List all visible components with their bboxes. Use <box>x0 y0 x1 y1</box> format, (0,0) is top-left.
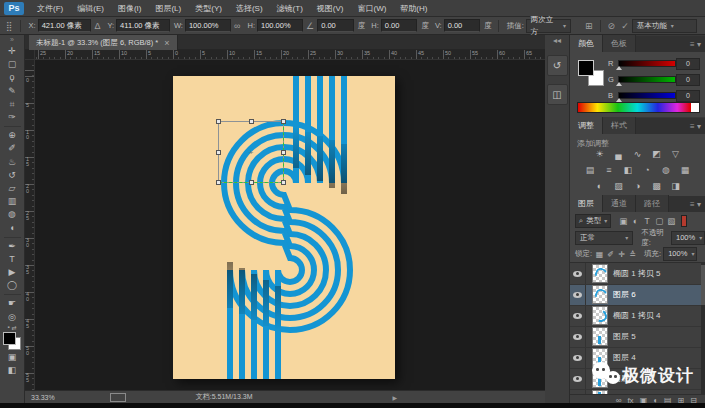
hskew-input[interactable]: 0.00 <box>381 19 418 32</box>
angle-input[interactable]: 0.00 <box>317 19 354 32</box>
threshold-icon[interactable]: ◑ <box>631 180 644 192</box>
eye-icon[interactable] <box>573 334 582 340</box>
channel-slider-track[interactable] <box>618 92 676 99</box>
cancel-transform-button[interactable]: ⊘ <box>608 21 616 31</box>
eye-icon[interactable] <box>573 355 582 361</box>
posterize-icon[interactable]: ▨ <box>612 180 625 192</box>
layer-name[interactable]: 图层 5 <box>613 331 636 342</box>
menu-item[interactable]: 编辑(E) <box>70 1 111 16</box>
lasso-tool[interactable]: ϙ <box>2 71 23 84</box>
foreground-color-swatch[interactable] <box>3 332 16 345</box>
channel-slider-knob[interactable] <box>616 66 622 70</box>
transform-handle-bottom-left[interactable] <box>216 180 221 185</box>
eye-icon[interactable] <box>573 292 582 298</box>
color-lookup-icon[interactable]: ▦ <box>679 164 692 176</box>
height-input[interactable]: 100.00% <box>257 19 303 32</box>
layer-thumbnail[interactable] <box>592 306 608 325</box>
expand-panels-button[interactable]: ◂◂ <box>553 35 561 47</box>
width-input[interactable]: 100.00% <box>185 19 231 32</box>
dodge-tool[interactable]: ◖ <box>2 221 23 234</box>
close-icon[interactable]: × <box>164 38 169 48</box>
channel-slider-track[interactable] <box>618 76 676 83</box>
zoom-tool[interactable]: ◎ <box>2 311 23 324</box>
curves-icon[interactable]: ∿ <box>631 148 644 160</box>
channel-value-field[interactable]: 0 <box>676 90 700 102</box>
layer-row[interactable]: 椭圆 1 拷贝 4 <box>570 305 705 327</box>
layer-visibility-cell[interactable] <box>570 305 586 326</box>
tab-active[interactable]: 图层 <box>570 195 603 212</box>
relative-positioning-icon[interactable]: Δ <box>94 21 100 31</box>
menu-item[interactable]: 图像(I) <box>111 1 149 16</box>
layer-row[interactable]: 图层 5 <box>570 326 705 348</box>
pen-tool[interactable]: ✒ <box>2 240 23 253</box>
transform-reference-point[interactable]: + <box>249 148 254 157</box>
status-options-arrow[interactable]: ▶ <box>393 394 398 401</box>
zoom-percentage-field[interactable]: 33.33% <box>31 394 55 401</box>
marquee-tool[interactable]: ▢ <box>2 58 23 71</box>
transform-handle-top-left[interactable] <box>216 119 221 124</box>
crop-tool[interactable]: ⌗ <box>2 98 23 111</box>
filter-shape-layers-icon[interactable]: ▢ <box>653 216 665 226</box>
eraser-tool[interactable]: ▱ <box>2 182 23 195</box>
menu-item[interactable]: 视图(V) <box>310 1 351 16</box>
filter-type-layers-icon[interactable]: T <box>641 216 653 226</box>
tab-active[interactable]: 颜色 <box>570 35 603 52</box>
vibrance-icon[interactable]: ▽ <box>669 148 682 160</box>
eyedropper-tool[interactable]: ✑ <box>2 111 23 124</box>
history-panel-button[interactable]: ↺ <box>547 55 568 76</box>
lock-position-icon[interactable]: ✛ <box>616 250 627 259</box>
workspace-switcher[interactable]: 基本功能 ▾ <box>632 19 697 33</box>
reference-point-locator[interactable]: ⣿ <box>6 21 13 31</box>
channel-mixer-icon[interactable]: ◍ <box>660 164 673 176</box>
layer-thumbnail[interactable] <box>592 369 608 388</box>
color-swatches-tool[interactable] <box>3 332 21 350</box>
opacity-dropdown[interactable]: 100% ▾ <box>671 231 705 245</box>
tab-inactive[interactable]: 通道 <box>603 195 636 212</box>
channel-value-field[interactable]: 0 <box>676 74 700 86</box>
layer-thumbnail[interactable] <box>592 348 608 367</box>
filter-pixel-layers-icon[interactable]: ▣ <box>617 216 629 226</box>
layer-name[interactable]: 椭圆 1 拷贝 5 <box>613 268 661 279</box>
menu-item[interactable]: 选择(S) <box>229 1 270 16</box>
tab-inactive[interactable]: 路径 <box>636 195 669 212</box>
toolbar-collapse-button[interactable]: » <box>10 35 14 45</box>
menu-item[interactable]: 帮助(H) <box>393 1 434 16</box>
hand-tool[interactable]: ☛ <box>2 297 23 310</box>
foreground-color-swatch[interactable] <box>578 60 594 76</box>
color-swatches[interactable] <box>578 60 604 86</box>
menu-item[interactable]: 文件(F) <box>30 1 70 16</box>
channel-value-field[interactable]: 0 <box>676 58 700 70</box>
properties-panel-button[interactable]: ◫ <box>547 84 568 105</box>
filter-smart-objects-icon[interactable]: ▧ <box>665 216 677 226</box>
transform-handle-bottom-right[interactable] <box>281 180 286 185</box>
vertical-ruler[interactable]: 051 01 52 02 53 03 54 04 55 05 5 <box>25 60 35 390</box>
interpolation-dropdown[interactable]: 两次立方 ▾ <box>526 19 571 33</box>
color-balance-icon[interactable]: ≡ <box>603 164 616 176</box>
filter-adjustment-layers-icon[interactable]: ◐ <box>629 216 641 226</box>
layer-filter-type-dropdown[interactable]: ⌕ 类型 ▾ <box>575 214 611 228</box>
quick-mask-tool[interactable]: ▣ <box>2 351 23 364</box>
ruler-origin-corner[interactable] <box>25 50 35 60</box>
screen-mode-tool[interactable]: ◧ <box>2 364 23 377</box>
layer-row[interactable]: 图层 4 <box>570 347 705 369</box>
layer-thumbnail[interactable] <box>592 327 608 346</box>
menu-item[interactable]: 窗口(W) <box>350 1 393 16</box>
lock-pixels-icon[interactable]: ✐ <box>605 250 616 259</box>
path-selection-tool[interactable]: ▶ <box>2 266 23 279</box>
color-spectrum-ramp[interactable] <box>577 102 700 113</box>
layer-visibility-cell[interactable] <box>570 326 586 347</box>
channel-slider-track[interactable] <box>618 60 676 67</box>
photo-filter-icon[interactable]: ◔ <box>641 164 654 176</box>
eye-icon[interactable] <box>573 376 582 382</box>
layer-visibility-cell[interactable] <box>570 284 586 305</box>
y-input[interactable]: 411.00 像素 <box>116 19 170 32</box>
layer-name[interactable]: 图层 6 <box>613 289 636 300</box>
horizontal-ruler[interactable]: 25201510505101520253035404550556065 <box>35 50 545 60</box>
swap-colors-icon[interactable]: ⇄ <box>12 324 17 331</box>
x-input[interactable]: 421.00 像素 <box>38 19 92 32</box>
black-white-icon[interactable]: ◧ <box>622 164 635 176</box>
panel-menu-icon[interactable]: ≡ ▾ <box>686 197 705 212</box>
history-brush-tool[interactable]: ↺ <box>2 169 23 182</box>
clone-stamp-tool[interactable]: ♨ <box>2 156 23 169</box>
layer-thumbnail[interactable] <box>592 285 608 304</box>
